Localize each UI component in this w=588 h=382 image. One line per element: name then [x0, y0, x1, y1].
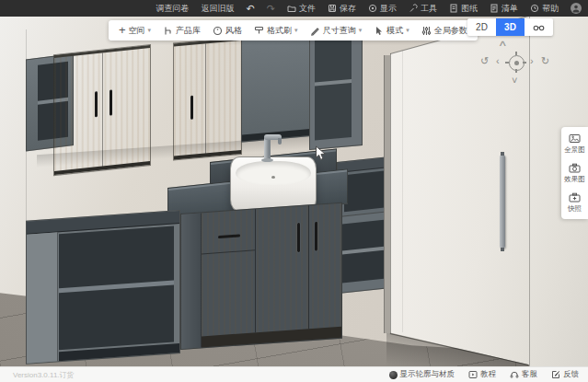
dimension-query-button[interactable]: 尺寸查询 ▾ — [310, 25, 363, 37]
shelf-interior — [59, 226, 174, 350]
camera-orbit-widget: ↺ ‹ › ↻ ˅ — [480, 48, 552, 85]
wall-shelf-right[interactable] — [309, 26, 363, 150]
undo-button[interactable]: ↶ — [247, 4, 255, 14]
display-menu[interactable]: 显示 — [368, 4, 397, 13]
mode-button[interactable]: 模式 ▾ — [374, 25, 409, 37]
status-bar: Version3.0.11.订货 显示轮廓与材质 教程 客服 反馈 — [0, 366, 588, 382]
view-3d-button[interactable]: 3D — [496, 18, 525, 36]
pencil-icon — [310, 26, 320, 36]
wardrobe-left-edge — [390, 53, 391, 333]
show-outline-material-toggle[interactable]: 显示轮廓与材质 — [389, 369, 455, 380]
render-image-button[interactable]: 效果图 — [561, 163, 588, 184]
panorama-button[interactable]: 全景图 — [561, 133, 588, 155]
save-button[interactable]: 保存 — [328, 4, 356, 13]
wall-cabinet-wood-mid[interactable] — [173, 37, 242, 161]
design-toolbar: + 空间 ▾ 产品库 风格 格式刷 ▾ 尺寸查询 ▾ 模式 ▾ — [109, 20, 478, 41]
drawing-sheet-icon — [449, 4, 458, 13]
door-gap — [102, 52, 103, 168]
person-icon — [571, 4, 581, 13]
tutorial-button[interactable]: 教程 — [468, 369, 496, 380]
target-tick — [515, 52, 517, 55]
render-dock: 全景图 效果图 快照 — [561, 127, 588, 219]
file-menu[interactable]: 文件 — [287, 4, 316, 13]
walkthrough-button[interactable] — [525, 18, 553, 36]
add-space-button[interactable]: + 空间 ▾ — [119, 25, 151, 37]
save-icon — [328, 4, 337, 13]
global-params-button[interactable]: 全局参数 — [421, 25, 467, 37]
pan-left-icon[interactable]: ‹ — [496, 56, 500, 66]
wardrobe-handle[interactable] — [500, 155, 505, 249]
product-library-button[interactable]: 产品库 — [163, 25, 201, 37]
target-tick — [515, 69, 517, 73]
cabinet-bottom-edge — [174, 150, 241, 159]
chevron-down-icon: ▾ — [294, 27, 298, 34]
door-handle — [297, 223, 300, 252]
vessel-sink[interactable] — [230, 156, 317, 212]
redo-button[interactable]: ↷ — [267, 4, 275, 14]
survey-link[interactable]: 调查问卷 — [156, 5, 190, 13]
drawer-divider — [202, 249, 255, 254]
faucet-tip — [278, 138, 282, 145]
chevron-down-icon: ▾ — [359, 27, 363, 34]
panorama-icon — [569, 133, 581, 144]
tools-menu[interactable]: 工具 — [409, 4, 437, 13]
style-button[interactable]: 风格 — [213, 25, 242, 37]
wardrobe-side-edge — [384, 55, 390, 333]
shelf-board — [338, 247, 388, 256]
drawings-menu[interactable]: 图纸 — [449, 4, 478, 13]
chevron-down-icon: ▾ — [148, 27, 152, 34]
target-tick — [505, 62, 509, 64]
pan-down-icon[interactable]: ˅ — [512, 75, 517, 86]
wall-cabinet-wood-left[interactable] — [53, 44, 151, 176]
door-handle — [315, 222, 317, 251]
3d-viewport[interactable]: + 空间 ▾ 产品库 风格 格式刷 ▾ 尺寸查询 ▾ 模式 ▾ — [0, 17, 588, 366]
rotate-left-icon[interactable]: ↺ — [480, 56, 489, 66]
orbit-center-icon[interactable] — [509, 55, 525, 71]
wall-cabinet-gray[interactable] — [241, 31, 311, 143]
tools-icon — [409, 4, 418, 13]
top-menubar: 调查问卷 返回旧版 ↶ ↷ 文件 保存 显示 工具 图纸 清单 帮助 — [0, 0, 588, 17]
shelf-side-panel — [27, 232, 58, 363]
handle-mount — [501, 248, 504, 251]
plus-icon: + — [119, 24, 126, 36]
checklist-menu[interactable]: 清单 — [490, 4, 518, 13]
drawer-handle — [218, 234, 240, 238]
furniture-icon — [163, 26, 173, 36]
shelf-interior — [315, 34, 352, 140]
cabinet-side-panel — [181, 213, 202, 349]
help-menu[interactable]: 帮助 — [530, 4, 559, 13]
faucet[interactable] — [259, 133, 283, 164]
camera-icon — [569, 163, 581, 173]
paint-roller-icon — [254, 26, 264, 36]
base-shelf-left[interactable] — [26, 210, 180, 365]
support-button[interactable]: 客服 — [510, 369, 537, 380]
back-to-old-version-link[interactable]: 返回旧版 — [202, 5, 235, 13]
door-inner-line — [402, 49, 403, 333]
pan-right-icon[interactable]: › — [530, 56, 534, 66]
feedback-button[interactable]: 反馈 — [551, 369, 579, 380]
cabinet-front — [202, 203, 341, 337]
base-cabinet-wood[interactable] — [180, 203, 342, 350]
snapshot-button[interactable]: 快照 — [561, 192, 588, 214]
toolbar-collapse-chevron[interactable]: ∧ — [498, 39, 508, 48]
mouse-cursor — [315, 145, 328, 162]
style-palette-icon — [213, 26, 223, 36]
user-avatar[interactable] — [571, 3, 582, 14]
shelf-board — [315, 79, 352, 86]
door-handle — [190, 96, 193, 120]
shelf-board — [59, 281, 174, 294]
drawer-gap — [255, 209, 256, 332]
faucet-base — [261, 158, 273, 162]
display-icon — [368, 4, 377, 13]
format-painter-button[interactable]: 格式刷 ▾ — [254, 25, 298, 37]
folder-icon — [287, 4, 296, 13]
view-2d-button[interactable]: 2D — [467, 18, 496, 36]
snapshot-camera-icon — [569, 192, 581, 203]
version-label: Version3.0.11.订货 — [13, 370, 75, 380]
door-handle — [110, 89, 112, 115]
rotate-right-icon[interactable]: ↻ — [541, 56, 549, 66]
tutorial-icon — [468, 370, 478, 379]
door-gap — [308, 205, 309, 329]
view-mode-switch: 2D 3D — [467, 18, 553, 36]
checklist-icon — [490, 4, 499, 13]
